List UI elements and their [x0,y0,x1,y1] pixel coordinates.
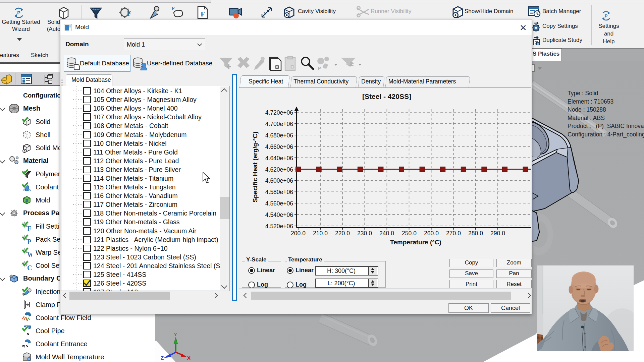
svg-text:W: W [27,251,32,258]
svg-text:Z: Z [161,355,164,361]
svg-text:P: P [27,238,31,245]
svg-text:F: F [127,9,131,17]
svg-text:P: P [605,13,608,18]
svg-text:F: F [27,225,31,232]
svg-text:P: P [318,66,321,71]
svg-text:Y: Y [174,331,177,337]
svg-text:F: F [172,6,175,11]
svg-text:P: P [17,10,20,15]
svg-text:F: F [201,10,205,18]
svg-text:X: X [187,355,191,361]
svg-text:C: C [27,264,32,271]
